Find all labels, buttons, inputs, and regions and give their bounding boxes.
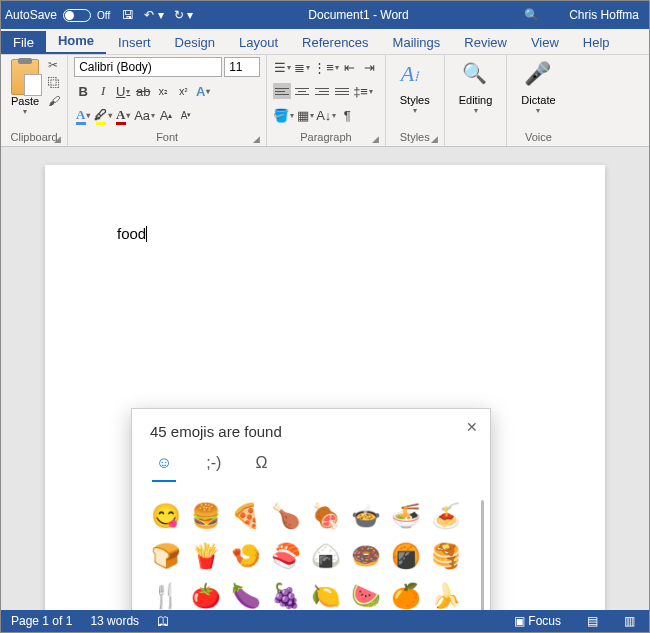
emoji-tab-symbols[interactable]: Ω xyxy=(251,452,271,482)
bullets-button[interactable]: ☰ xyxy=(273,57,291,77)
emoji-item[interactable]: 🍲 xyxy=(348,498,384,534)
save-icon[interactable]: 🖫 xyxy=(122,8,134,22)
word-count[interactable]: 13 words xyxy=(90,614,139,628)
emoji-item[interactable]: 🍕 xyxy=(228,498,264,534)
focus-mode-button[interactable]: ▣ Focus xyxy=(510,614,565,628)
redo-icon[interactable]: ↻ ▾ xyxy=(174,8,193,22)
align-center-button[interactable] xyxy=(293,83,311,99)
emoji-item[interactable]: 🍞 xyxy=(148,538,184,574)
group-editing: 🔍 Editing ▾ xyxy=(445,55,508,146)
emoji-item[interactable]: 🍊 xyxy=(388,578,424,610)
group-clipboard: Paste ▾ ✂ ⿻ 🖌 Clipboard◢ xyxy=(1,55,68,146)
read-mode-icon[interactable]: ▤ xyxy=(583,614,602,628)
superscript-button[interactable]: x xyxy=(174,81,192,101)
group-voice: 🎤 Dictate ▾ Voice xyxy=(507,55,569,146)
tab-design[interactable]: Design xyxy=(163,31,227,54)
paste-button[interactable]: Paste ▾ xyxy=(7,57,43,118)
align-left-button[interactable] xyxy=(273,83,291,99)
tab-mailings[interactable]: Mailings xyxy=(381,31,453,54)
show-marks-button[interactable]: ¶ xyxy=(338,105,356,125)
dictate-button[interactable]: 🎤 Dictate ▾ xyxy=(513,57,563,119)
multilevel-button[interactable]: ⋮≡ xyxy=(313,57,339,77)
styles-launcher-icon[interactable]: ◢ xyxy=(431,134,438,144)
tab-view[interactable]: View xyxy=(519,31,571,54)
emoji-item[interactable]: 🍟 xyxy=(188,538,224,574)
close-icon[interactable]: ✕ xyxy=(466,419,478,435)
emoji-item[interactable]: 🍘 xyxy=(388,538,424,574)
styles-group-label: Styles xyxy=(400,131,430,143)
font-size-select[interactable] xyxy=(224,57,260,77)
font-color-button[interactable]: A xyxy=(114,105,132,125)
paragraph-launcher-icon[interactable]: ◢ xyxy=(372,134,379,144)
emoji-item[interactable]: 🍴 xyxy=(148,578,184,610)
cut-icon[interactable]: ✂ xyxy=(47,57,61,73)
emoji-tab-kaomoji[interactable]: ;-) xyxy=(202,452,225,482)
microphone-icon: 🎤 xyxy=(524,61,552,91)
emoji-item[interactable]: 😋 xyxy=(148,498,184,534)
styles-button[interactable]: A⁞ Styles ▾ xyxy=(392,57,438,119)
emoji-item[interactable]: 🍇 xyxy=(268,578,304,610)
underline-button[interactable]: U xyxy=(114,81,132,101)
search-icon[interactable]: 🔍 xyxy=(524,8,539,22)
decrease-indent-button[interactable]: ⇤ xyxy=(341,57,359,77)
numbering-button[interactable]: ≣ xyxy=(293,57,311,77)
bold-button[interactable]: B xyxy=(74,81,92,101)
emoji-item[interactable]: 🍩 xyxy=(348,538,384,574)
emoji-item[interactable]: 🍝 xyxy=(428,498,464,534)
tab-home[interactable]: Home xyxy=(46,29,106,54)
tab-file[interactable]: File xyxy=(1,31,46,54)
emoji-item[interactable]: 🍔 xyxy=(188,498,224,534)
word-window: AutoSave Off 🖫 ↶ ▾ ↻ ▾ Document1 - Word … xyxy=(0,0,650,633)
justify-button[interactable] xyxy=(333,83,351,99)
font-name-select[interactable] xyxy=(74,57,222,77)
autosave-toggle[interactable]: AutoSave Off xyxy=(5,8,110,22)
spellcheck-icon[interactable]: 🕮 xyxy=(157,614,169,628)
tab-help[interactable]: Help xyxy=(571,31,622,54)
emoji-item[interactable]: 🍌 xyxy=(428,578,464,610)
italic-button[interactable]: I xyxy=(94,81,112,101)
emoji-result-title: 45 emojis are found xyxy=(150,423,472,440)
grow-font-button[interactable]: A▴ xyxy=(157,105,175,125)
emoji-picker-panel: ✕ 45 emojis are found ☺ ;-) Ω 😋🍔🍕🍗🍖🍲🍜🍝🍞🍟… xyxy=(131,408,491,610)
subscript-button[interactable]: x xyxy=(154,81,172,101)
emoji-item[interactable]: 🥞 xyxy=(428,538,464,574)
tab-references[interactable]: References xyxy=(290,31,380,54)
font-outline-button[interactable]: A xyxy=(74,105,92,125)
scrollbar-thumb[interactable] xyxy=(481,500,484,610)
user-name[interactable]: Chris Hoffma xyxy=(569,8,645,22)
emoji-item[interactable]: 🍗 xyxy=(268,498,304,534)
emoji-item[interactable]: 🍙 xyxy=(308,538,344,574)
emoji-item[interactable]: 🍉 xyxy=(348,578,384,610)
line-spacing-button[interactable]: ‡≡ xyxy=(353,81,373,101)
copy-icon[interactable]: ⿻ xyxy=(47,75,61,91)
editing-button[interactable]: 🔍 Editing ▾ xyxy=(451,57,501,119)
undo-icon[interactable]: ↶ ▾ xyxy=(144,8,163,22)
tab-review[interactable]: Review xyxy=(452,31,519,54)
document-area[interactable]: food ✕ 45 emojis are found ☺ ;-) Ω 😋🍔🍕🍗🍖… xyxy=(1,147,649,610)
tab-insert[interactable]: Insert xyxy=(106,31,163,54)
print-layout-icon[interactable]: ▥ xyxy=(620,614,639,628)
emoji-item[interactable]: 🍖 xyxy=(308,498,344,534)
increase-indent-button[interactable]: ⇥ xyxy=(361,57,379,77)
strikethrough-button[interactable]: ab xyxy=(134,81,152,101)
borders-button[interactable]: ▦ xyxy=(296,105,314,125)
text-effects-button[interactable]: A xyxy=(194,81,212,101)
sort-button[interactable]: A↓ xyxy=(316,105,336,125)
font-launcher-icon[interactable]: ◢ xyxy=(253,134,260,144)
change-case-button[interactable]: Aa xyxy=(134,105,155,125)
emoji-item[interactable]: 🍣 xyxy=(268,538,304,574)
page-indicator[interactable]: Page 1 of 1 xyxy=(11,614,72,628)
emoji-item[interactable]: 🍤 xyxy=(228,538,264,574)
align-right-button[interactable] xyxy=(313,83,331,99)
emoji-item[interactable]: 🍋 xyxy=(308,578,344,610)
emoji-item[interactable]: 🍅 xyxy=(188,578,224,610)
tab-layout[interactable]: Layout xyxy=(227,31,290,54)
emoji-tab-emoji[interactable]: ☺ xyxy=(152,452,176,482)
shrink-font-button[interactable]: A▾ xyxy=(177,105,195,125)
emoji-item[interactable]: 🍜 xyxy=(388,498,424,534)
clipboard-launcher-icon[interactable]: ◢ xyxy=(54,134,61,144)
shading-button[interactable]: 🪣 xyxy=(273,105,294,125)
highlight-button[interactable]: 🖊 xyxy=(94,105,112,125)
emoji-item[interactable]: 🍆 xyxy=(228,578,264,610)
format-painter-icon[interactable]: 🖌 xyxy=(47,93,61,109)
